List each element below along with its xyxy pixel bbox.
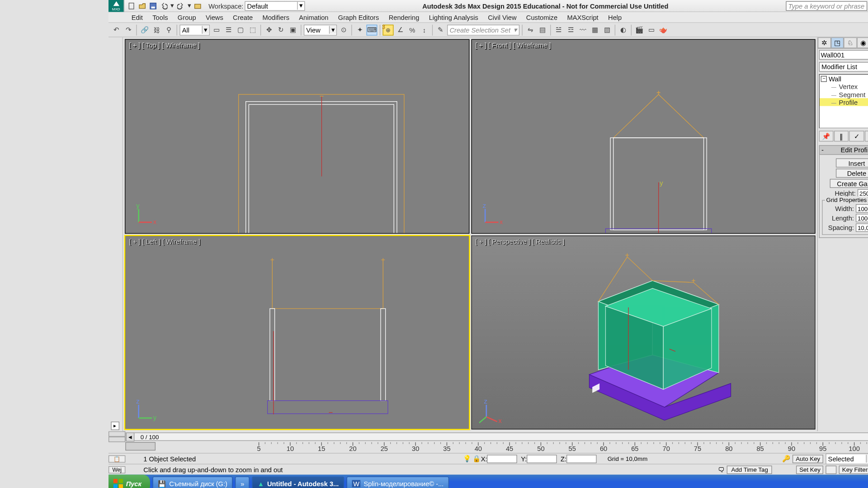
select-object-icon[interactable]: ▭ bbox=[211, 24, 222, 35]
modifier-stack[interactable]: −Wall ⸺Vertex ⸺Segment ⸺Profile bbox=[819, 74, 868, 128]
snap-toggle-icon[interactable]: 3 ⊕ bbox=[382, 24, 393, 35]
stack-segment[interactable]: Segment bbox=[839, 91, 865, 98]
mini-listener-button[interactable]: Wej bbox=[108, 466, 125, 473]
select-name-icon[interactable]: ☰ bbox=[223, 24, 234, 35]
remove-modifier-icon[interactable]: 🗑 bbox=[864, 131, 868, 141]
task-3dsmax[interactable]: ▲Untitled - Autodesk 3... bbox=[252, 476, 344, 488]
menu-create[interactable]: Create bbox=[228, 14, 257, 21]
edit-named-sel-icon[interactable]: ✎ bbox=[435, 24, 446, 35]
width-input[interactable] bbox=[855, 204, 868, 213]
menu-customize[interactable]: Customize bbox=[521, 14, 562, 21]
render-prod-icon[interactable]: 🫖 bbox=[658, 24, 669, 35]
select-rect-icon[interactable]: ▢ bbox=[235, 24, 245, 35]
create-gable-button[interactable]: Create Gable bbox=[829, 179, 868, 188]
percent-snap-icon[interactable]: % bbox=[406, 24, 417, 35]
workspace-dd-icon[interactable]: ▾ bbox=[297, 2, 304, 9]
modifier-list[interactable]: Modifier List▾ bbox=[819, 62, 868, 71]
keyboard-shortcut-icon[interactable]: ⌨ bbox=[366, 24, 377, 35]
menu-modifiers[interactable]: Modifiers bbox=[257, 14, 294, 21]
spacing-input[interactable] bbox=[855, 224, 868, 232]
pivot-icon[interactable]: ⊙ bbox=[338, 24, 349, 35]
ref-coord-select[interactable]: View▾ bbox=[303, 24, 336, 35]
viewport-top-label[interactable]: [ + ] [ Top ] [ Wireframe ] bbox=[129, 42, 200, 49]
rotate-icon[interactable]: ↻ bbox=[275, 24, 286, 35]
menu-help[interactable]: Help bbox=[603, 14, 626, 21]
redo-dd-icon[interactable]: ▾ bbox=[187, 1, 192, 10]
workspace-select[interactable]: Default ▾ bbox=[245, 1, 305, 10]
render-frame-icon[interactable]: ▭ bbox=[646, 24, 657, 35]
mini-cell-1[interactable] bbox=[108, 431, 125, 436]
key-icon[interactable]: 🔑 bbox=[782, 455, 790, 462]
start-button[interactable]: Пуск bbox=[108, 474, 150, 488]
task-removable-disk[interactable]: 💾Съемный диск (G:) bbox=[152, 476, 232, 488]
track-left-arrow-icon[interactable]: ◂ bbox=[126, 432, 134, 441]
comm-center-icon[interactable]: 🗨 bbox=[718, 466, 725, 473]
tab-hierarchy-icon[interactable]: ♘ bbox=[844, 38, 857, 48]
object-name-input[interactable] bbox=[819, 50, 868, 60]
stack-profile[interactable]: Profile bbox=[839, 99, 858, 106]
tab-modify-icon[interactable]: ◳ bbox=[830, 38, 844, 48]
spinner-snap-icon[interactable]: ↕ bbox=[419, 24, 429, 35]
menu-maxscript[interactable]: MAXScript bbox=[562, 14, 603, 21]
menu-lighting[interactable]: Lighting Analysis bbox=[424, 14, 483, 21]
track-scrollbar[interactable]: ◂ 0 / 100 ▸ bbox=[125, 432, 868, 441]
task-word[interactable]: WSplin-моделирование© -... bbox=[346, 476, 449, 488]
viewport-left[interactable]: [ + ] [ Left ] [ Wireframe ] zy bbox=[124, 235, 469, 430]
save-icon[interactable] bbox=[148, 1, 157, 10]
viewport-perspective[interactable]: [ + ] [ Perspective ] [ Realistic ] bbox=[471, 235, 815, 430]
tab-create-icon[interactable]: ✲ bbox=[817, 38, 830, 48]
viewport-front-label[interactable]: [ + ] [ Front ] [ Wireframe ] bbox=[475, 42, 551, 49]
task-quicklaunch[interactable]: » bbox=[235, 476, 250, 488]
y-input[interactable] bbox=[527, 455, 557, 463]
redo-icon[interactable] bbox=[176, 1, 185, 10]
viewport-left-label[interactable]: [ + ] [ Left ] [ Wireframe ] bbox=[129, 238, 200, 245]
scale-icon[interactable]: ▣ bbox=[287, 24, 298, 35]
curve-editor-icon[interactable]: 〰 bbox=[577, 24, 588, 35]
app-icon[interactable]: MXD bbox=[108, 0, 124, 12]
insert-button[interactable]: Insert bbox=[835, 159, 868, 168]
align-icon[interactable]: ▤ bbox=[537, 24, 547, 35]
undo-icon[interactable] bbox=[159, 1, 168, 10]
show-end-result-icon[interactable]: ‖ bbox=[834, 131, 849, 141]
viewport-persp-label[interactable]: [ + ] [ Perspective ] [ Realistic ] bbox=[475, 238, 565, 245]
lock-icon[interactable]: 💡 bbox=[462, 455, 471, 462]
delete-button[interactable]: Delete bbox=[835, 169, 868, 178]
menu-edit[interactable]: Edit bbox=[126, 14, 147, 21]
time-ruler[interactable]: 5101520253035404550556065707580859095100 bbox=[108, 442, 868, 453]
z-input[interactable] bbox=[566, 455, 597, 463]
layers-icon[interactable]: ☱ bbox=[553, 24, 564, 35]
add-time-tag[interactable]: Add Time Tag bbox=[727, 465, 772, 474]
material-editor-icon[interactable]: ◐ bbox=[618, 24, 628, 35]
viewport-front[interactable]: [ + ] [ Front ] [ Wireframe ] y zx bbox=[471, 39, 815, 234]
window-crossing-icon[interactable]: ⬚ bbox=[247, 24, 258, 35]
menu-group[interactable]: Group bbox=[173, 14, 201, 21]
menu-grapheditors[interactable]: Graph Editors bbox=[333, 14, 384, 21]
redo-tb-icon[interactable]: ↷ bbox=[123, 24, 133, 35]
menu-civilview[interactable]: Civil View bbox=[483, 14, 521, 21]
mini-cell-2[interactable] bbox=[108, 436, 125, 442]
layer-explorer-icon[interactable]: ☲ bbox=[565, 24, 576, 35]
mirror-icon[interactable]: ⇋ bbox=[525, 24, 536, 35]
viewport-top[interactable]: [ + ] [ Top ] [ Wireframe ] yx bbox=[124, 39, 469, 234]
schematic-icon[interactable]: ▧ bbox=[601, 24, 612, 35]
angle-snap-icon[interactable]: ∠ bbox=[395, 24, 406, 35]
menu-rendering[interactable]: Rendering bbox=[383, 14, 424, 21]
undo-tb-icon[interactable]: ↶ bbox=[111, 24, 122, 35]
rollout-header[interactable]: -Edit Profile bbox=[819, 145, 868, 155]
open-icon[interactable] bbox=[137, 1, 146, 10]
dope-sheet-icon[interactable]: ▦ bbox=[589, 24, 600, 35]
time-slider[interactable] bbox=[125, 442, 156, 450]
tab-motion-icon[interactable]: ◉ bbox=[856, 38, 868, 48]
selection-filter[interactable]: All▾ bbox=[179, 24, 210, 35]
make-unique-icon[interactable]: ✓ bbox=[849, 131, 863, 141]
length-input[interactable] bbox=[855, 214, 868, 222]
new-icon[interactable] bbox=[126, 1, 136, 10]
setkey-button[interactable]: Set Key bbox=[796, 465, 823, 474]
move-icon[interactable]: ✥ bbox=[263, 24, 274, 35]
render-setup-icon[interactable]: 🎬 bbox=[634, 24, 645, 35]
stack-vertex[interactable]: Vertex bbox=[839, 83, 858, 90]
setkey-big-icon[interactable] bbox=[826, 465, 836, 474]
manip-icon[interactable]: ✦ bbox=[354, 24, 365, 35]
stack-root[interactable]: Wall bbox=[828, 75, 841, 82]
named-selection-set[interactable]: Create Selection Set▾ bbox=[447, 24, 519, 35]
